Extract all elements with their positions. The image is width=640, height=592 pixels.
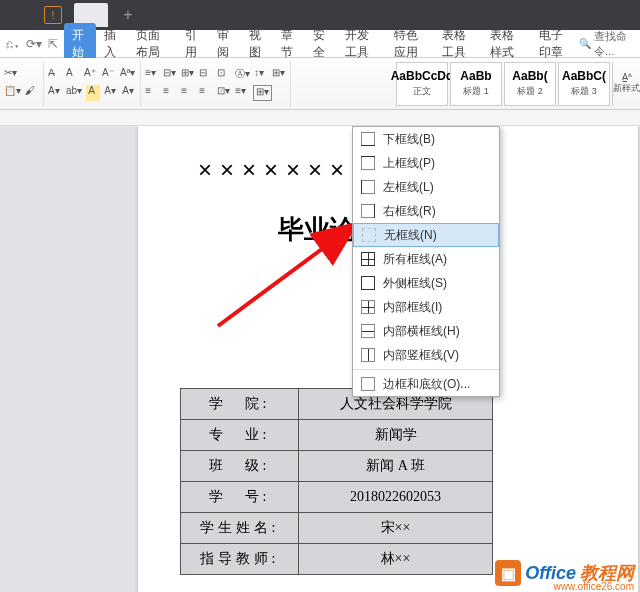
- border-option-label: 无框线(N): [384, 227, 437, 244]
- border-option-label: 右框线(R): [383, 203, 436, 220]
- info-table: 学 院:人文社会科学学院专 业:新闻学班 级:新闻 A 班学 号:2018022…: [180, 388, 493, 575]
- table-value: 新闻 A 班: [299, 451, 493, 482]
- border-option[interactable]: 内部横框线(H): [353, 319, 499, 343]
- annotation-arrow: [208, 176, 368, 336]
- ruler: [0, 110, 640, 126]
- ribbon: ✂▾ 📋▾🖌 A̶AA⁺A⁻Aª▾ A▾ab▾AA▾A▾ ≡▾⊟▾⊞▾⊟⊡Ⓐ▾↕…: [0, 58, 640, 110]
- document-canvas: ××××××× 毕业论 下框线(B)上框线(P)左框线(L)右框线(R)无框线(…: [0, 126, 640, 592]
- qat-icon[interactable]: ⎌▾: [6, 37, 20, 51]
- border-top-icon: [361, 156, 375, 170]
- table-row: 专 业:新闻学: [181, 420, 493, 451]
- watermark: ▣ Office教程网: [495, 560, 634, 586]
- border-option-label: 上框线(P): [383, 155, 435, 172]
- table-key: 专 业:: [181, 420, 299, 451]
- border-option[interactable]: 边框和底纹(O)...: [353, 372, 499, 396]
- border-option-label: 内部横框线(H): [383, 323, 460, 340]
- border-option-label: 内部竖框线(V): [383, 347, 459, 364]
- office-logo-icon: ▣: [495, 560, 521, 586]
- qat-icon[interactable]: ⟳▾: [26, 37, 42, 51]
- align-left-icon[interactable]: ≡: [145, 85, 159, 101]
- border-non-icon: [362, 228, 376, 242]
- table-key: 学生姓名:: [181, 513, 299, 544]
- menubar: ⎌▾ ⟳▾ ⇱ 开始插入页面布局引用审阅视图章节安全开发工具特色应用表格工具表格…: [0, 30, 640, 58]
- table-key: 班 级:: [181, 451, 299, 482]
- border-inr-icon: [361, 300, 375, 314]
- table-row: 学生姓名:宋××: [181, 513, 493, 544]
- border-option-label: 边框和底纹(O)...: [383, 376, 470, 393]
- table-key: 学 院:: [181, 389, 299, 420]
- border-option[interactable]: 无框线(N): [353, 223, 499, 247]
- new-style-button[interactable]: A̲ᴬ新样式: [612, 62, 640, 106]
- font-style[interactable]: A̶: [48, 67, 62, 83]
- border-dropdown[interactable]: 下框线(B)上框线(P)左框线(L)右框线(R)无框线(N)所有框线(A)外侧框…: [352, 126, 500, 397]
- border-option[interactable]: 所有框线(A): [353, 247, 499, 271]
- border-out-icon: [361, 276, 375, 290]
- page: ××××××× 毕业论 下框线(B)上框线(P)左框线(L)右框线(R)无框线(…: [138, 126, 638, 592]
- border-bot-icon: [361, 132, 375, 146]
- style-preset[interactable]: AaBb(标题 2: [504, 62, 556, 106]
- border-option-label: 内部框线(I): [383, 299, 442, 316]
- table-value: 宋××: [299, 513, 493, 544]
- brush-icon[interactable]: 🖌: [25, 85, 39, 101]
- border-option-label: 下框线(B): [383, 131, 435, 148]
- border-option-label: 所有框线(A): [383, 251, 447, 268]
- border-option[interactable]: 下框线(B): [353, 127, 499, 151]
- border-option[interactable]: 内部竖框线(V): [353, 343, 499, 367]
- border-option[interactable]: 左框线(L): [353, 175, 499, 199]
- border-option[interactable]: 上框线(P): [353, 151, 499, 175]
- paste-icon[interactable]: 📋▾: [4, 85, 21, 101]
- table-key: 指导教师:: [181, 544, 299, 575]
- border-more-icon: [361, 377, 375, 391]
- style-preset[interactable]: AaBbC(标题 3: [558, 62, 610, 106]
- style-preset[interactable]: AaBb标题 1: [450, 62, 502, 106]
- border-lef-icon: [361, 180, 375, 194]
- table-row: 学 号:2018022602053: [181, 482, 493, 513]
- table-key: 学 号:: [181, 482, 299, 513]
- border-button[interactable]: ⊞▾: [253, 85, 272, 101]
- subtitle: 毕业论: [278, 212, 356, 247]
- border-option[interactable]: 右框线(R): [353, 199, 499, 223]
- qat-icon[interactable]: ⇱: [48, 37, 58, 51]
- border-option-label: 左框线(L): [383, 179, 434, 196]
- table-row: 班 级:新闻 A 班: [181, 451, 493, 482]
- table-value: 林××: [299, 544, 493, 575]
- warning-icon: !: [44, 6, 62, 24]
- border-rig-icon: [361, 204, 375, 218]
- cut-icon[interactable]: ✂▾: [4, 67, 18, 83]
- border-option[interactable]: 外侧框线(S): [353, 271, 499, 295]
- border-option[interactable]: 内部框线(I): [353, 295, 499, 319]
- table-row: 指导教师:林××: [181, 544, 493, 575]
- border-all-icon: [361, 252, 375, 266]
- style-preset[interactable]: AaBbCcDd正文: [396, 62, 448, 106]
- table-value: 新闻学: [299, 420, 493, 451]
- x-title-line: ×××××××: [198, 156, 352, 184]
- table-value: 2018022602053: [299, 482, 493, 513]
- search-command[interactable]: 查找命令...: [579, 29, 632, 59]
- border-hor-icon: [361, 324, 375, 338]
- border-ver-icon: [361, 348, 375, 362]
- border-option-label: 外侧框线(S): [383, 275, 447, 292]
- list-icon[interactable]: ≡▾: [145, 67, 159, 83]
